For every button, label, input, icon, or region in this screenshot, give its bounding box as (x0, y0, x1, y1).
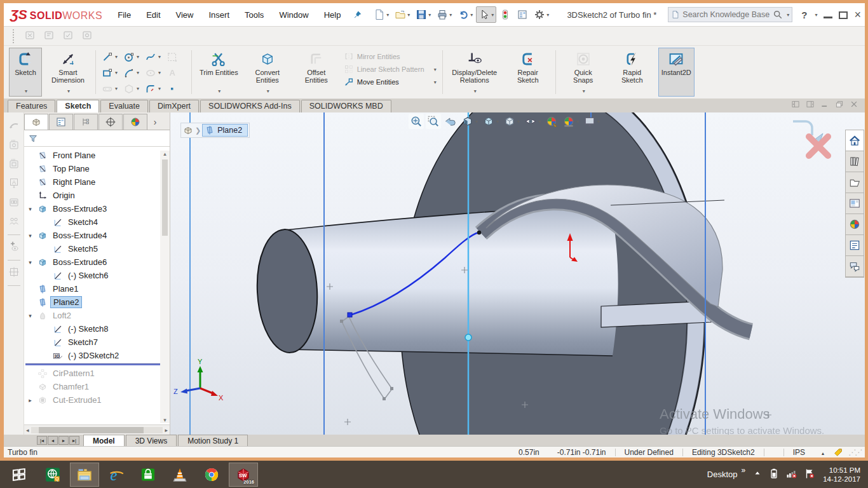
text-tool-button[interactable]: A (165, 67, 187, 79)
basic-dimension-button[interactable]: xxx (8, 158, 20, 172)
save-button[interactable]: ▾ (413, 6, 433, 23)
units-selector[interactable]: IPS▴ (784, 448, 833, 457)
menu-help[interactable]: Help (318, 8, 348, 22)
dropdown-arrow-icon[interactable]: ▾ (538, 119, 541, 125)
tree-item-right-plane[interactable]: Right Plane (24, 175, 170, 189)
tab-dimxpert[interactable]: DimXpert (149, 100, 199, 112)
part-icon[interactable] (182, 125, 194, 136)
tab-scroll-0[interactable]: |◂ (37, 436, 47, 445)
search-input[interactable] (682, 10, 770, 19)
tree-item-top-plane[interactable]: Top Plane (24, 162, 170, 175)
tree-item-boss-extrude6[interactable]: ▾Boss-Extrude6 (24, 255, 170, 269)
bottom-tab-motion-study-1[interactable]: Motion Study 1 (178, 435, 248, 446)
internet-suite-button[interactable]: Q (38, 463, 67, 487)
tab-sketch[interactable]: Sketch (57, 100, 99, 112)
open-folder-button[interactable]: ▾ (392, 6, 412, 23)
quick-snaps-button[interactable]: Quick Snaps ▾ (560, 48, 606, 97)
line-tool-button[interactable]: ▾ (100, 51, 122, 63)
display-delete-dropdown-arrow-icon[interactable]: ▾ (474, 88, 477, 95)
dropdown-arrow-icon[interactable]: ▾ (407, 12, 410, 18)
annotation-button[interactable]: A (8, 177, 20, 191)
repair-sketch-button[interactable]: Repair Sketch (505, 48, 551, 97)
dropdown-arrow-icon[interactable]: ▾ (597, 119, 600, 125)
file-explorer-button[interactable] (846, 172, 864, 193)
property-manager-tab[interactable] (49, 114, 73, 130)
units-dropdown-arrow-icon[interactable]: ▴ (822, 451, 824, 456)
tree-item-plane2[interactable]: Plane2 (24, 295, 170, 309)
close-button[interactable]: × (854, 11, 861, 18)
tab-features[interactable]: Features (8, 100, 55, 112)
print-button[interactable]: ▾ (434, 6, 454, 23)
menu-insert[interactable]: Insert (203, 8, 236, 22)
edit-appearance-button[interactable] (544, 114, 559, 129)
search-icon[interactable] (773, 10, 783, 20)
freeform-button[interactable] (8, 120, 20, 133)
tree-expand-arrow-icon[interactable]: ▸ (25, 397, 35, 403)
appearances-button[interactable] (846, 214, 864, 235)
tray-arrow-button[interactable] (753, 469, 762, 480)
dropdown-arrow-icon[interactable]: ▾ (137, 54, 139, 60)
windows-store-button[interactable] (133, 463, 163, 487)
tree-filter-input[interactable] (42, 133, 166, 144)
expand-panel-arrow[interactable]: › (148, 114, 162, 130)
spline-tool-button[interactable]: ▾ (144, 51, 165, 63)
file-explorer-taskbar-button[interactable] (70, 463, 99, 487)
bottom-tab-3d-views[interactable]: 3D Views (126, 435, 177, 446)
dropdown-arrow-icon[interactable]: ▾ (158, 54, 161, 60)
smart-dimension-dropdown-arrow-icon[interactable]: ▾ (67, 88, 70, 95)
dropdown-arrow-icon[interactable]: ▾ (449, 12, 452, 18)
menu-view[interactable]: View (170, 8, 200, 22)
mirror-entities-button[interactable]: Mirror Entities (344, 51, 437, 62)
pane-right-button[interactable] (806, 100, 815, 111)
pin-icon[interactable] (353, 10, 362, 20)
tree-item-chamfer1[interactable]: Chamfer1 (24, 380, 170, 393)
options-list-button[interactable] (514, 6, 531, 23)
custom-properties-button[interactable] (846, 235, 864, 256)
circle-tool-button[interactable]: ▾ (122, 51, 144, 63)
menu-tools[interactable]: Tools (238, 8, 270, 22)
arc-tool-button[interactable]: ▾ (122, 67, 144, 79)
point-tool-button[interactable] (165, 83, 187, 95)
tree-item-3dsketch2[interactable]: 3D(-) 3DSketch2 (24, 349, 170, 362)
select-box-button[interactable] (165, 51, 187, 63)
tolerance-button[interactable] (8, 196, 20, 210)
datum-target-button[interactable] (8, 266, 20, 280)
dropdown-arrow-icon[interactable]: ▾ (158, 70, 161, 76)
model-canvas[interactable]: Y Z X (170, 112, 865, 435)
previous-view-button[interactable] (443, 114, 458, 129)
select-cursor-button[interactable]: ▾ (476, 6, 496, 23)
dropdown-arrow-icon[interactable]: ▾ (115, 86, 118, 92)
search-dropdown-arrow-icon[interactable]: ▾ (787, 12, 789, 18)
trim-entities-button[interactable]: Trim Entities ▾ (196, 48, 241, 97)
close-button[interactable] (850, 100, 858, 111)
polygon-tool-button[interactable]: ▾ (122, 83, 144, 95)
search-scope-icon[interactable] (671, 10, 680, 19)
breadcrumb-plane2[interactable]: Plane2 (202, 124, 248, 137)
vlc-button[interactable] (165, 463, 194, 487)
restore-button[interactable] (835, 100, 844, 111)
sketch-dropdown-arrow-icon[interactable]: ▾ (25, 88, 27, 95)
tab-scroll-1[interactable]: ◂ (48, 436, 58, 445)
fillet-tool-button[interactable]: ▾ (144, 83, 165, 95)
rapid-sketch-button[interactable]: Rapid Sketch (609, 48, 655, 97)
action-flag-button[interactable] (804, 468, 815, 481)
dropdown-arrow-icon[interactable]: ▾ (428, 12, 431, 18)
tree-item-sketch8[interactable]: (-) Sketch8 (24, 322, 170, 336)
minimize-button[interactable] (820, 100, 829, 111)
dropdown-arrow-icon[interactable]: ▾ (137, 70, 139, 76)
tag-icon[interactable] (833, 447, 843, 458)
tree-expand-arrow-icon[interactable]: ▾ (25, 259, 35, 266)
convert-entities-button[interactable]: Convert Entities ▾ (245, 48, 290, 97)
tree-item-front-plane[interactable]: Front Plane (24, 149, 170, 162)
tree-horizontal-scrollbar[interactable]: ◂▸ (24, 424, 170, 435)
forum-button[interactable] (846, 256, 864, 277)
undo-button[interactable]: ▾ (455, 6, 475, 23)
menu-edit[interactable]: Edit (140, 8, 166, 22)
display-delete-relations-button[interactable]: Display/Delete Relations ▾ (447, 48, 502, 97)
display-style-button[interactable]: ▾ (502, 114, 521, 129)
tree-item-sketch4[interactable]: Sketch4 (24, 215, 170, 229)
toolbar-grip[interactable] (13, 29, 15, 43)
hide-show-button[interactable]: ▾ (523, 114, 542, 129)
quick-snaps-dropdown-arrow-icon[interactable]: ▾ (583, 88, 585, 95)
tree-item-boss-extrude3[interactable]: ▾Boss-Extrude3 (24, 202, 170, 215)
